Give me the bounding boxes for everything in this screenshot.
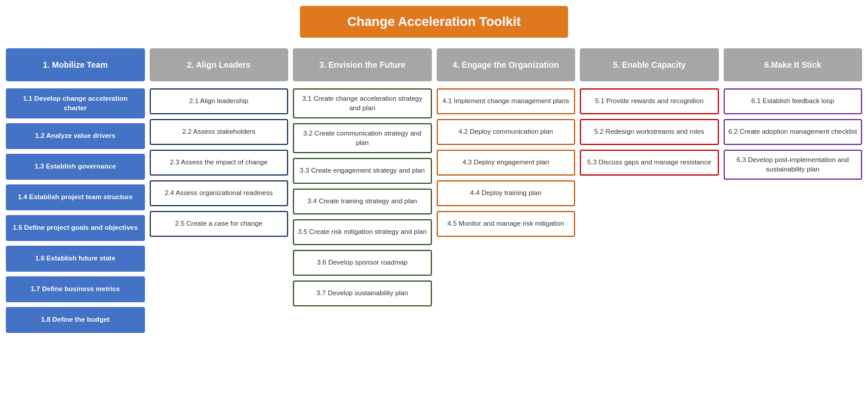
- card-col5-2[interactable]: 5.3 Discuss gaps and manage resistance: [580, 150, 719, 176]
- column-col1: 1. Mobilize Team1.1 Develop change accel…: [6, 48, 145, 338]
- card-col1-7[interactable]: 1.8 Define the budget: [6, 307, 145, 333]
- card-col3-0[interactable]: 3.1 Create change acceleration strategy …: [293, 88, 432, 118]
- card-col6-0[interactable]: 6.1 Establish feedback loop: [724, 88, 863, 114]
- card-col2-1[interactable]: 2.2 Assess stakeholders: [150, 119, 289, 145]
- col-header-col6: 6.Make It Stick: [724, 48, 863, 81]
- column-col2: 2. Align Leaders2.1 Align leadership2.2 …: [150, 48, 289, 242]
- page-title: Change Acceleration Toolkit: [300, 6, 568, 38]
- card-col3-5[interactable]: 3.6 Develop sponsor roadmap: [293, 250, 432, 276]
- col-header-col4: 4. Engage the Organization: [437, 48, 576, 81]
- col-header-col5: 5. Enable Capacity: [580, 48, 719, 81]
- column-col3: 3. Envision the Future3.1 Create change …: [293, 48, 432, 311]
- page-wrapper: Change Acceleration Toolkit 1. Mobilize …: [0, 0, 868, 344]
- card-col4-1[interactable]: 4.2 Deploy communication plan: [437, 119, 576, 145]
- card-col1-3[interactable]: 1.4 Establish project team structure: [6, 184, 145, 210]
- column-col4: 4. Engage the Organization4.1 Implement …: [437, 48, 576, 242]
- card-col3-2[interactable]: 3.3 Create engagement strategy and plan: [293, 158, 432, 184]
- card-col4-0[interactable]: 4.1 Implement change management plans: [437, 88, 576, 114]
- card-col2-0[interactable]: 2.1 Align leadership: [150, 88, 289, 114]
- card-col4-3[interactable]: 4.4 Deploy training plan: [437, 180, 576, 206]
- card-col3-3[interactable]: 3.4 Create training strategy and plan: [293, 189, 432, 214]
- column-col5: 5. Enable Capacity5.1 Provide rewards an…: [580, 48, 719, 180]
- card-col5-0[interactable]: 5.1 Provide rewards and recognition: [580, 88, 719, 114]
- card-col3-6[interactable]: 3.7 Develop sustainability plan: [293, 280, 432, 306]
- card-col1-1[interactable]: 1.2 Analyze value drivers: [6, 123, 145, 149]
- column-col6: 6.Make It Stick6.1 Establish feedback lo…: [724, 48, 863, 184]
- card-col5-1[interactable]: 5.2 Redesign workstreams and roles: [580, 119, 719, 145]
- columns-container: 1. Mobilize Team1.1 Develop change accel…: [6, 48, 862, 338]
- card-col1-4[interactable]: 1.5 Define project goals and objectives: [6, 215, 145, 241]
- card-col2-4[interactable]: 2.5 Create a case for change: [150, 211, 289, 237]
- col-header-col2: 2. Align Leaders: [150, 48, 289, 81]
- title-bar: Change Acceleration Toolkit: [6, 6, 862, 38]
- card-col1-0[interactable]: 1.1 Develop change acceleration charter: [6, 88, 145, 118]
- card-col3-4[interactable]: 3.5 Create risk mitigation strategy and …: [293, 219, 432, 245]
- col-header-col1: 1. Mobilize Team: [6, 48, 145, 81]
- card-col1-6[interactable]: 1.7 Define business metrics: [6, 276, 145, 302]
- card-col6-1[interactable]: 6.2 Create adoption management checklist: [724, 119, 863, 145]
- card-col2-2[interactable]: 2.3 Assess the impact of change: [150, 150, 289, 176]
- card-col3-1[interactable]: 3.2 Create communication strategy and pl…: [293, 123, 432, 153]
- card-col4-2[interactable]: 4.3 Deploy engagement plan: [437, 150, 576, 176]
- card-col2-3[interactable]: 2.4 Assess organizational readiness: [150, 180, 289, 206]
- card-col1-2[interactable]: 1.3 Establish governance: [6, 154, 145, 180]
- card-col1-5[interactable]: 1.6 Establish future state: [6, 246, 145, 272]
- card-col4-4[interactable]: 4.5 Monitor and manage risk mitigation: [437, 211, 576, 237]
- card-col6-2[interactable]: 6.3 Develop post-implementation and sust…: [724, 150, 863, 180]
- col-header-col3: 3. Envision the Future: [293, 48, 432, 81]
